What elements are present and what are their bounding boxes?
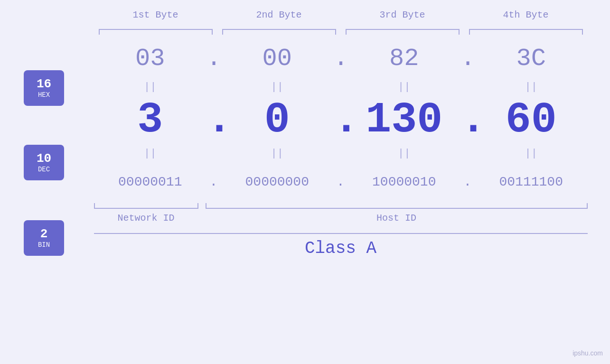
bin-badge-label: BIN xyxy=(38,241,50,249)
class-label: Class A xyxy=(305,239,376,258)
dec-byte1: 3 xyxy=(94,96,207,144)
eq2-b3: || xyxy=(348,148,461,159)
bottom-brackets xyxy=(94,203,588,209)
byte2-header: 2nd Byte xyxy=(217,9,341,24)
byte1-header: 1st Byte xyxy=(94,9,217,24)
hex-byte2: 00 xyxy=(221,45,334,73)
byte3-header: 3rd Byte xyxy=(341,9,464,24)
hex-badge-label: HEX xyxy=(38,91,50,99)
hex-badge: 16 HEX xyxy=(24,70,64,106)
eq2-b2: || xyxy=(221,148,334,159)
eq2-b1: || xyxy=(94,148,207,159)
bracket-byte2 xyxy=(222,29,336,35)
labels-row: Network ID Host ID xyxy=(94,213,588,224)
dec-badge-label: DEC xyxy=(38,166,50,173)
dec-byte3: 130 xyxy=(348,96,461,144)
hex-dot1: . xyxy=(206,45,221,73)
eq1-b2: || xyxy=(221,81,334,93)
bin-row: 00000011 . 00000000 . 10000010 . 0011110… xyxy=(94,163,588,201)
network-id-label: Network ID xyxy=(94,213,198,224)
hex-dot2: . xyxy=(334,45,348,73)
byte4-header: 4th Byte xyxy=(464,9,588,24)
bin-byte4: 00111100 xyxy=(475,175,588,189)
hex-byte3: 82 xyxy=(348,45,461,73)
dec-dot2: . xyxy=(334,96,348,144)
hex-row: 03 . 00 . 82 . 3C xyxy=(94,39,588,77)
dec-byte4: 60 xyxy=(475,96,588,144)
dec-dot3: . xyxy=(460,96,475,144)
dec-dot1: . xyxy=(206,96,221,144)
bin-byte1: 00000011 xyxy=(94,175,207,189)
eq1-b1: || xyxy=(94,81,207,93)
host-id-label: Host ID xyxy=(206,213,588,224)
class-section: Class A xyxy=(94,233,588,258)
dec-badge-number: 10 xyxy=(37,152,51,165)
bin-byte3: 10000010 xyxy=(348,175,461,189)
eq1-b4: || xyxy=(475,81,588,93)
dec-byte2: 0 xyxy=(221,96,334,144)
equals-row-1: || || || || xyxy=(94,77,588,96)
host-id-bracket xyxy=(206,203,588,209)
hex-byte1: 03 xyxy=(94,45,207,73)
watermark: ipshu.com xyxy=(572,349,603,357)
hex-badge-number: 16 xyxy=(37,78,51,90)
hex-byte4: 3C xyxy=(475,45,588,73)
hex-dot3: . xyxy=(460,45,475,73)
main-container: 16 HEX 10 DEC 2 BIN 1st Byte 2nd Byte 3r… xyxy=(0,0,610,364)
dec-row: 3 . 0 . 130 . 60 xyxy=(94,96,588,144)
bin-dot3: . xyxy=(460,175,475,189)
bin-byte2: 00000000 xyxy=(221,175,334,189)
bin-dot1: . xyxy=(206,175,221,189)
bracket-byte4 xyxy=(469,29,583,35)
bracket-byte1 xyxy=(99,29,213,35)
network-id-bracket xyxy=(94,203,198,209)
bin-dot2: . xyxy=(334,175,348,189)
dec-badge: 10 DEC xyxy=(24,145,64,180)
eq1-b3: || xyxy=(348,81,461,93)
bin-badge: 2 BIN xyxy=(24,220,64,256)
bin-badge-number: 2 xyxy=(40,228,48,240)
bracket-byte3 xyxy=(346,29,460,35)
top-bracket-row xyxy=(94,29,588,35)
eq2-b4: || xyxy=(475,148,588,159)
equals-row-2: || || || || xyxy=(94,144,588,163)
header-row: 1st Byte 2nd Byte 3rd Byte 4th Byte xyxy=(94,9,588,24)
